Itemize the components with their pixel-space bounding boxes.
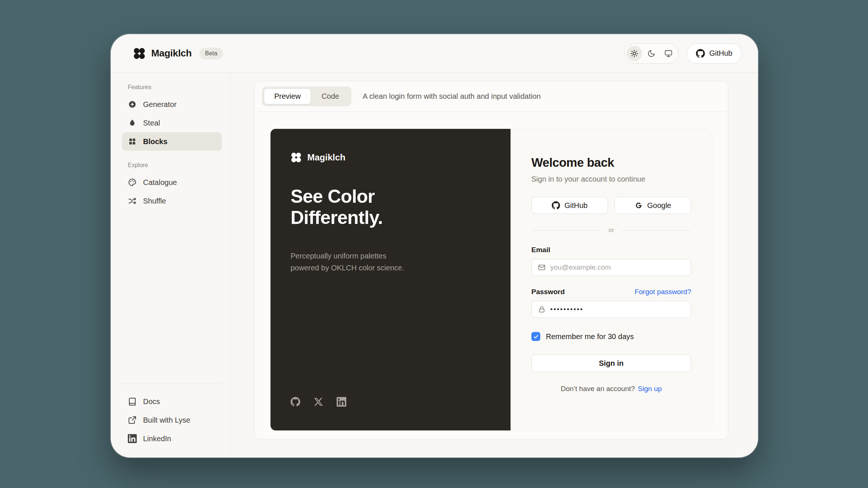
signup-text: Don’t have an account?: [561, 385, 635, 393]
hero-panel: Magiklch See Color Differently. Perceptu…: [271, 129, 511, 430]
sun-icon: [630, 49, 638, 58]
sidebar-item-label: Generator: [143, 100, 176, 109]
sidebar-section-label: Features: [128, 84, 222, 91]
email-input-wrapper: [531, 259, 691, 276]
tab-preview[interactable]: Preview: [264, 88, 311, 104]
lock-icon: [538, 305, 546, 313]
email-field-group: Email: [531, 246, 691, 276]
sidebar-item-blocks[interactable]: Blocks: [122, 132, 222, 151]
sidebar-item-catalogue[interactable]: Catalogue: [122, 173, 222, 192]
external-link-icon: [128, 416, 137, 424]
password-input[interactable]: [550, 306, 685, 313]
sign-in-button[interactable]: Sign in: [531, 354, 691, 372]
x-icon[interactable]: [314, 397, 323, 407]
check-icon: [533, 334, 539, 339]
divider-label: or: [608, 227, 614, 234]
droplet-icon: [128, 118, 137, 127]
google-auth-label: Google: [647, 201, 671, 210]
monitor-icon: [664, 49, 673, 58]
theme-dark-button[interactable]: [644, 46, 659, 61]
login-block: Magiklch See Color Differently. Perceptu…: [271, 129, 712, 430]
sidebar-item-built-with-lyse[interactable]: Built with Lyse: [122, 411, 222, 429]
mail-icon: [538, 263, 546, 271]
linkedin-icon: [128, 434, 137, 443]
password-label-row: Password Forgot password?: [531, 288, 691, 296]
linkedin-icon[interactable]: [337, 397, 346, 407]
sidebar-item-docs[interactable]: Docs: [122, 392, 222, 411]
divider-line: [531, 230, 602, 231]
brand: Magiklch Beta: [133, 47, 223, 60]
hero-brand: Magiklch: [291, 152, 490, 163]
hero-brand-name: Magiklch: [307, 152, 346, 163]
sidebar-item-label: Steal: [143, 119, 160, 127]
github-button[interactable]: GitHub: [687, 43, 742, 64]
remember-me-checkbox[interactable]: [531, 332, 540, 341]
sign-up-link[interactable]: Sign up: [638, 385, 662, 393]
github-button-label: GitHub: [709, 49, 732, 58]
login-title: Welcome back: [531, 156, 691, 170]
sidebar-item-label: Blocks: [143, 137, 168, 146]
divider-line: [621, 230, 691, 231]
github-auth-label: GitHub: [564, 201, 587, 210]
sidebar-item-generator[interactable]: Generator: [122, 95, 222, 114]
github-icon: [696, 49, 705, 58]
password-label: Password: [531, 288, 565, 296]
sidebar-section-explore: Explore Catalogue Shuffle: [122, 162, 222, 210]
remember-me-label: Remember me for 30 days: [546, 332, 634, 341]
app-window: Magiklch Beta: [111, 34, 758, 458]
sidebar-item-label: Docs: [143, 397, 160, 406]
hero-heading: See Color Differently.: [291, 186, 439, 228]
sidebar-item-label: Catalogue: [143, 178, 177, 187]
social-auth-buttons: GitHub Google: [531, 197, 691, 214]
preview-area: Magiklch See Color Differently. Perceptu…: [255, 112, 728, 430]
block-description: A clean login form with social auth and …: [363, 92, 541, 101]
github-icon: [552, 201, 560, 209]
sidebar-item-label: LinkedIn: [143, 435, 171, 443]
tab-code[interactable]: Code: [311, 88, 350, 104]
signup-row: Don’t have an account?Sign up: [531, 385, 691, 393]
github-auth-button[interactable]: GitHub: [531, 197, 608, 214]
palette-icon: [128, 178, 137, 187]
email-label: Email: [531, 246, 691, 254]
beta-badge: Beta: [200, 48, 223, 59]
theme-switcher: [624, 43, 678, 64]
login-subtitle: Sign in to your account to continue: [531, 175, 691, 183]
google-auth-button[interactable]: Google: [615, 197, 691, 214]
email-input[interactable]: [550, 263, 685, 271]
sidebar-item-shuffle[interactable]: Shuffle: [122, 192, 222, 210]
or-divider: or: [531, 227, 691, 234]
main-content: Preview Code A clean login form with soc…: [230, 73, 758, 458]
login-panel: Welcome back Sign in to your account to …: [511, 129, 712, 430]
password-input-wrapper: [531, 301, 691, 318]
sidebar-item-linkedin[interactable]: LinkedIn: [122, 429, 222, 448]
sidebar-item-label: Shuffle: [143, 197, 166, 205]
header-actions: GitHub: [624, 43, 742, 64]
magiklch-logo-icon: [133, 47, 146, 60]
theme-system-button[interactable]: [661, 46, 676, 61]
sidebar: Features Generator Steal: [111, 73, 230, 458]
magiklch-logo-icon: [291, 152, 302, 163]
sidebar-item-label: Built with Lyse: [143, 416, 190, 424]
grid-icon: [128, 137, 137, 146]
moon-icon: [647, 49, 655, 58]
sidebar-item-steal[interactable]: Steal: [122, 114, 222, 132]
brand-name: Magiklch: [151, 48, 192, 59]
shuffle-icon: [128, 196, 137, 205]
google-icon: [635, 201, 643, 209]
sidebar-section-label: Explore: [128, 162, 222, 169]
preview-toolbar: Preview Code A clean login form with soc…: [255, 81, 728, 112]
sidebar-footer: Docs Built with Lyse LinkedIn: [122, 384, 222, 448]
block-preview-card: Preview Code A clean login form with soc…: [254, 81, 728, 440]
book-icon: [128, 397, 137, 406]
sidebar-section-features: Features Generator Steal: [122, 84, 222, 151]
github-icon[interactable]: [291, 397, 300, 407]
forgot-password-link[interactable]: Forgot password?: [635, 288, 691, 296]
hero-body-text: Perceptually uniform palettes powered by…: [291, 250, 409, 274]
hero-social-links: [291, 397, 490, 407]
view-tabs: Preview Code: [262, 87, 352, 106]
theme-light-button[interactable]: [626, 46, 642, 61]
app-header: Magiklch Beta: [111, 34, 758, 73]
remember-me-row: Remember me for 30 days: [531, 332, 691, 341]
plus-circle-icon: [128, 100, 137, 109]
